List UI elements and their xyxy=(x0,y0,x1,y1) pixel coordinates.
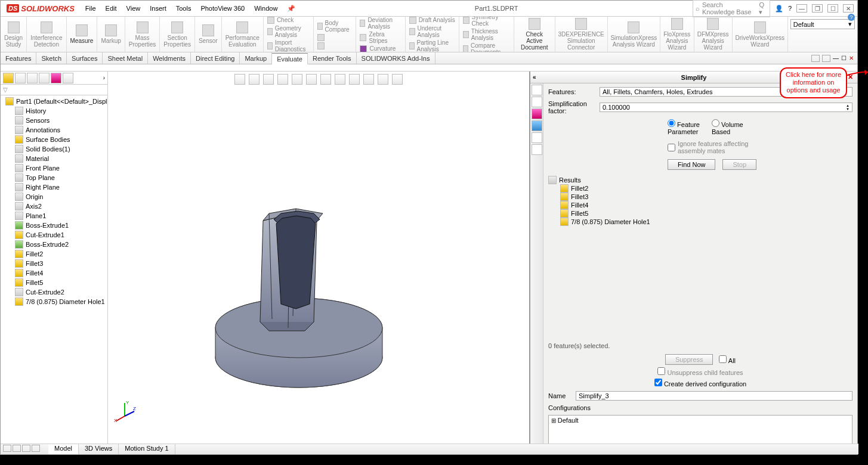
search-knowledge-base[interactable]: ⌕ Search Knowledge Base Q ▾ xyxy=(693,0,770,17)
menu-edit[interactable]: Edit xyxy=(101,2,122,15)
tab-icon[interactable] xyxy=(532,120,542,131)
menu-view[interactable]: View xyxy=(122,2,146,15)
tree-root[interactable]: Part1 (Default<<Default>_Display Sta xyxy=(1,97,107,106)
tree-item[interactable]: 7/8 (0.875) Diameter Hole1 xyxy=(1,297,107,306)
ribbon-item[interactable]: Symmetry Check xyxy=(463,17,510,27)
tree-item[interactable]: Solid Bodies(1) xyxy=(1,144,107,154)
ribbon-mass[interactable]: Mass Properties xyxy=(125,17,160,52)
ribbon-item[interactable] xyxy=(317,34,353,41)
dynamic-icon[interactable] xyxy=(292,74,302,85)
ribbon-item[interactable]: Undercut Analysis xyxy=(409,25,455,38)
stop-button[interactable]: Stop xyxy=(722,159,756,170)
ribbon-item[interactable] xyxy=(317,42,353,49)
ribbon-item[interactable]: Check xyxy=(267,17,310,24)
result-item[interactable]: Fillet3 xyxy=(548,193,852,201)
ribbon-item[interactable]: Geometry Analysis xyxy=(267,25,310,38)
bottom-icon[interactable] xyxy=(32,445,40,452)
cmdtab-markup[interactable]: Markup xyxy=(240,52,272,64)
radio-volume-based[interactable]: Volume Based xyxy=(712,119,743,135)
tree-item[interactable]: Fillet2 xyxy=(1,249,107,259)
cmdtab-surfaces[interactable]: Surfaces xyxy=(67,52,103,64)
factor-input[interactable]: 0.100000 ▲▼ xyxy=(600,103,852,112)
graphics-viewport[interactable]: Y X Z xyxy=(108,72,530,453)
spinner-icon[interactable]: ▲▼ xyxy=(846,104,850,111)
result-item[interactable]: 7/8 (0.875) Diameter Hole1 xyxy=(548,218,852,226)
minimize-button[interactable]: — xyxy=(796,4,807,13)
window-icon[interactable] xyxy=(811,55,820,62)
ribbon-item[interactable]: Parting Line Analysis xyxy=(409,39,455,52)
ribbon-design[interactable]: Design Study xyxy=(1,17,27,52)
ribbon-item[interactable]: Curvature xyxy=(360,45,401,52)
ribbon-simulationxpress[interactable]: SimulationXpress Analysis Wizard xyxy=(608,17,660,52)
user-icon[interactable]: 👤 xyxy=(775,5,783,13)
ignore-features-check[interactable]: Ignore features affecting assembly mates xyxy=(548,139,852,156)
bottom-tab-motion[interactable]: Motion Study 1 xyxy=(119,444,175,454)
fm-tab-tree-icon[interactable] xyxy=(3,73,14,83)
tab-icon[interactable] xyxy=(532,97,542,107)
collapse-icon[interactable]: « xyxy=(533,74,536,80)
ribbon-item[interactable]: Draft Analysis xyxy=(409,17,455,24)
tree-item[interactable]: Fillet5 xyxy=(1,278,107,287)
section-view-icon[interactable] xyxy=(277,74,288,85)
ribbon-check active[interactable]: Check Active Document xyxy=(514,17,555,52)
tab-icon[interactable] xyxy=(532,144,542,155)
restore-button[interactable]: ❐ xyxy=(812,4,823,13)
fm-tab-more-icon[interactable] xyxy=(63,73,73,83)
bottom-icon[interactable] xyxy=(3,445,11,452)
find-now-button[interactable]: Find Now xyxy=(668,159,715,170)
tree-item[interactable]: Fillet3 xyxy=(1,259,107,268)
ribbon-interference[interactable]: Interference Detection xyxy=(27,17,66,52)
ribbon-3dexperience[interactable]: 3DEXPERIENCE Simulation Connector xyxy=(555,17,608,52)
cmdtab-solidworks-add-ins[interactable]: SOLIDWORKS Add-Ins xyxy=(357,52,435,64)
fm-tab-property-icon[interactable] xyxy=(15,73,26,83)
radio-feature-parameter[interactable]: Feature Parameter xyxy=(668,119,700,135)
ribbon-item[interactable]: Deviation Analysis xyxy=(360,17,401,30)
tree-item[interactable]: Front Plane xyxy=(1,163,107,173)
ribbon-performance[interactable]: Performance Evaluation xyxy=(222,17,264,52)
help-icon[interactable]: ? xyxy=(788,5,792,12)
ribbon-item[interactable]: Body Compare xyxy=(317,20,353,33)
menu-insert[interactable]: Insert xyxy=(145,2,171,15)
fm-tab-appearance-icon[interactable] xyxy=(51,73,61,83)
help-circle-icon[interactable]: ? xyxy=(848,14,855,21)
tree-item[interactable]: Material xyxy=(1,154,107,163)
display-icon[interactable] xyxy=(392,74,403,85)
ribbon-item[interactable]: Import Diagnostics xyxy=(267,39,310,52)
cmdtab-weldments[interactable]: Weldments xyxy=(148,52,191,64)
window-icon[interactable] xyxy=(822,55,830,62)
tree-item[interactable]: Axis2 xyxy=(1,202,107,211)
suppress-button[interactable]: Suppress xyxy=(665,354,713,365)
tree-item[interactable]: Fillet4 xyxy=(1,268,107,278)
cmdtab-evaluate[interactable]: Evaluate xyxy=(272,53,308,64)
menu-photoview[interactable]: PhotoView 360 xyxy=(196,2,249,15)
tree-item[interactable]: History xyxy=(1,106,107,116)
menu-file[interactable]: File xyxy=(81,2,101,15)
bottom-tab-model[interactable]: Model xyxy=(48,444,79,454)
tab-icon[interactable] xyxy=(532,132,542,143)
tree-item[interactable]: Plane1 xyxy=(1,211,107,221)
ribbon-measure[interactable]: Measure xyxy=(67,17,98,52)
results-header[interactable]: Results xyxy=(548,176,852,184)
configuration-selector[interactable]: Default▾ xyxy=(790,19,855,29)
hide-show-icon[interactable] xyxy=(335,74,345,85)
cmdtab-render-tools[interactable]: Render Tools xyxy=(308,52,357,64)
tree-item[interactable]: Right Plane xyxy=(1,182,107,192)
zoom-area-icon[interactable] xyxy=(249,74,260,85)
scene-icon[interactable] xyxy=(363,74,374,85)
window-close-icon[interactable]: ✕ xyxy=(849,55,854,61)
result-item[interactable]: Fillet4 xyxy=(548,201,852,209)
tree-item[interactable]: Top Plane xyxy=(1,173,107,182)
tree-item[interactable]: Surface Bodies xyxy=(1,135,107,144)
tree-item[interactable]: Cut-Extrude1 xyxy=(1,230,107,240)
appearance-icon[interactable] xyxy=(349,74,360,85)
window-max-icon[interactable]: ☐ xyxy=(841,55,847,61)
menu-tools[interactable]: Tools xyxy=(171,2,196,15)
fm-tab-dim-icon[interactable] xyxy=(39,73,50,83)
tree-item[interactable]: Annotations xyxy=(1,125,107,135)
view-settings-icon[interactable] xyxy=(378,74,388,85)
menu-pin-icon[interactable]: 📌 xyxy=(282,2,300,15)
ribbon-item[interactable]: Compare Documents xyxy=(463,42,510,53)
derived-checkbox[interactable]: Create derived configuration xyxy=(654,379,746,388)
prev-view-icon[interactable] xyxy=(263,74,274,85)
cmdtab-direct-editing[interactable]: Direct Editing xyxy=(191,52,240,64)
